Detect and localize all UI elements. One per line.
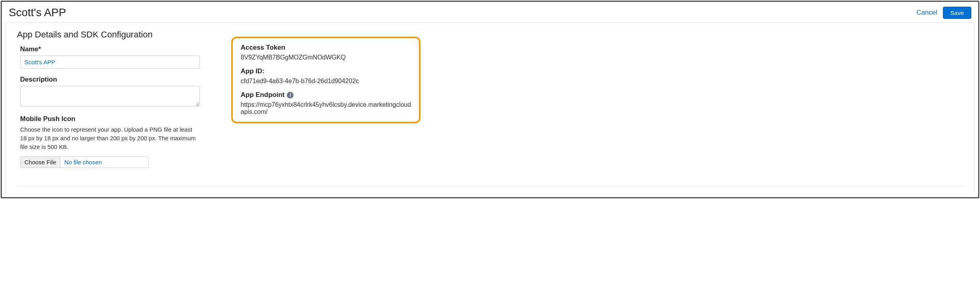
description-input[interactable] (20, 86, 200, 106)
save-button[interactable]: Save (943, 7, 971, 19)
access-token-label: Access Token (241, 44, 411, 52)
description-field-block: Description (20, 76, 200, 108)
header-actions: Cancel Save (916, 7, 971, 19)
name-label: Name* (20, 45, 200, 53)
two-column-layout: Name* Description Mobile Push Icon Choos… (17, 45, 963, 175)
page-title: Scott's APP (9, 6, 66, 19)
push-icon-block: Mobile Push Icon Choose the icon to repr… (20, 115, 200, 168)
right-column: Access Token 8V9ZYqMB7BGgMOZGmNOdWGKQ Ap… (231, 45, 421, 123)
credentials-highlight-box: Access Token 8V9ZYqMB7BGgMOZGmNOdWGKQ Ap… (231, 37, 421, 123)
info-icon[interactable]: i (287, 92, 294, 99)
app-endpoint-label-text: App Endpoint (241, 91, 284, 99)
app-config-frame: Scott's APP Cancel Save App Details and … (1, 1, 979, 198)
push-icon-help-text: Choose the icon to represent your app. U… (20, 125, 200, 151)
app-endpoint-value: https://mcp76yxhtx84crlrk45yhv6lcsby.dev… (241, 101, 411, 115)
separator (17, 186, 963, 186)
file-status-text: No file chosen (60, 157, 148, 167)
name-input[interactable] (20, 56, 200, 69)
access-token-value: 8V9ZYqMB7BGgMOZGmNOdWGKQ (241, 54, 411, 61)
file-selector: Choose File No file chosen (20, 156, 149, 168)
left-column: Name* Description Mobile Push Icon Choos… (17, 45, 200, 175)
app-id-label: App ID: (241, 67, 411, 75)
details-panel: App Details and SDK Configuration Name* … (6, 22, 974, 193)
cancel-button[interactable]: Cancel (916, 9, 937, 17)
description-label: Description (20, 76, 200, 84)
push-icon-label: Mobile Push Icon (20, 115, 200, 123)
choose-file-button[interactable]: Choose File (21, 157, 60, 167)
name-field-block: Name* (20, 45, 200, 69)
page-header: Scott's APP Cancel Save (2, 2, 978, 22)
app-endpoint-label: App Endpoint i (241, 91, 411, 99)
section-title: App Details and SDK Configuration (17, 30, 963, 40)
app-id-value: cfd71ed9-4a63-4e7b-b76d-26d1d904202c (241, 78, 411, 85)
